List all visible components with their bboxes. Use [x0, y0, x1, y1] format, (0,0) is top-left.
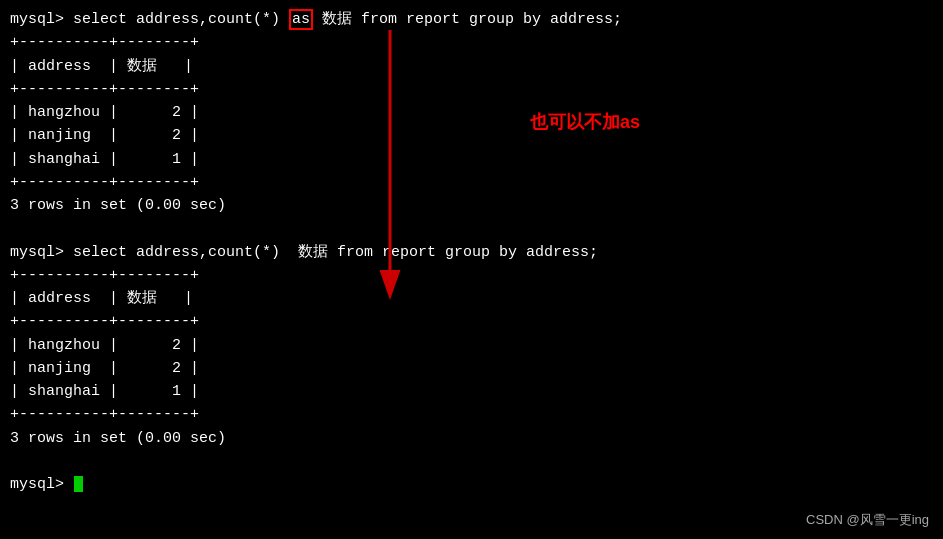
- data-row-1-1: | hangzhou | 2 |: [10, 101, 933, 124]
- terminal: mysql> select address,count(*) as 数据 fro…: [0, 0, 943, 539]
- separator-1c: +----------+--------+: [10, 171, 933, 194]
- cursor: [74, 476, 83, 492]
- data-row-2-2: | nanjing | 2 |: [10, 357, 933, 380]
- line-cmd2: mysql> select address,count(*) 数据 from r…: [10, 241, 933, 264]
- separator-2c: +----------+--------+: [10, 403, 933, 426]
- cmd1-prefix: mysql> select address,count(*): [10, 11, 289, 28]
- blank-2: [10, 450, 933, 473]
- annotation-text: 也可以不加as: [530, 110, 640, 134]
- result-2: 3 rows in set (0.00 sec): [10, 427, 933, 450]
- separator-1b: +----------+--------+: [10, 78, 933, 101]
- watermark: CSDN @风雪一更ing: [806, 511, 929, 529]
- header-row-1: | address | 数据 |: [10, 55, 933, 78]
- line-cmd1: mysql> select address,count(*) as 数据 fro…: [10, 8, 933, 31]
- prompt-line: mysql>: [10, 473, 933, 496]
- blank-1: [10, 217, 933, 240]
- as-keyword: as: [289, 9, 313, 30]
- separator-2a: +----------+--------+: [10, 264, 933, 287]
- data-row-2-1: | hangzhou | 2 |: [10, 334, 933, 357]
- result-1: 3 rows in set (0.00 sec): [10, 194, 933, 217]
- header-row-2: | address | 数据 |: [10, 287, 933, 310]
- prompt-text: mysql>: [10, 476, 73, 493]
- data-row-1-2: | nanjing | 2 |: [10, 124, 933, 147]
- separator-1a: +----------+--------+: [10, 31, 933, 54]
- data-row-2-3: | shanghai | 1 |: [10, 380, 933, 403]
- cmd1-suffix: 数据 from report group by address;: [313, 11, 622, 28]
- data-row-1-3: | shanghai | 1 |: [10, 148, 933, 171]
- separator-2b: +----------+--------+: [10, 310, 933, 333]
